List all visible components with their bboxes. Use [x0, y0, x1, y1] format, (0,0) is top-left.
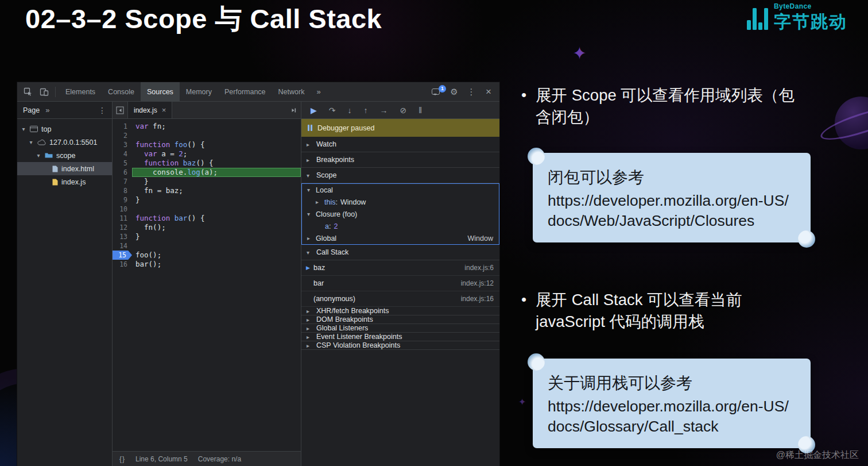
devtools-tab-performance[interactable]: Performance [218, 82, 272, 101]
code-text: foo(); [132, 251, 301, 260]
line-number[interactable]: 12 [113, 223, 132, 232]
code-line-2[interactable]: 2 [113, 131, 301, 140]
bytedance-logo-mark-icon [747, 5, 768, 32]
line-number[interactable]: 14 [113, 241, 132, 251]
breakpoint-marker[interactable]: 15 [113, 251, 132, 260]
line-number[interactable]: 3 [113, 140, 132, 149]
bullet-text: 展开 Call Stack 可以查看当前 javaScript 代码的调用栈 [536, 289, 803, 333]
line-number[interactable]: 16 [113, 260, 132, 269]
call-stack-frame-baz[interactable]: ▶bazindex.js:6 [301, 260, 499, 276]
devtools-tab-network[interactable]: Network [272, 82, 311, 101]
section-global-listeners[interactable]: ▸Global Listeners [301, 324, 499, 333]
device-toolbar-icon[interactable] [37, 84, 52, 99]
section-call-stack[interactable]: ▾ Call Stack [301, 245, 499, 260]
bullet-dot: • [521, 289, 526, 333]
deactivate-breakpoints-button[interactable]: ⊘ [400, 106, 407, 115]
editor-overflow-icon[interactable] [286, 103, 301, 118]
code-editor[interactable]: 1var fn;23function foo() {4 var a = 2;5 … [113, 119, 301, 451]
line-number[interactable]: 9 [113, 195, 132, 205]
section-event-listener-breakpoints[interactable]: ▸Event Listener Breakpoints [301, 333, 499, 341]
navigator-menu-icon[interactable]: ⋮ [98, 106, 106, 115]
code-line-4[interactable]: 4 var a = 2; [113, 149, 301, 159]
chevron-down-icon[interactable]: ▾ [36, 152, 41, 159]
cursor-position: Line 6, Column 5 [135, 455, 188, 463]
line-number[interactable]: 2 [113, 131, 132, 140]
step-out-button[interactable]: ↑ [364, 106, 368, 115]
chevron-right-icon: ▸ [307, 235, 313, 241]
call-stack-list: ▶bazindex.js:6barindex.js:12(anonymous)i… [301, 260, 499, 307]
code-line-6[interactable]: 6 console.log(a); [113, 168, 301, 177]
toggle-navigator-icon[interactable] [113, 103, 127, 118]
code-line-11[interactable]: 11function bar() { [113, 214, 301, 223]
chevron-down-icon[interactable]: ▾ [21, 126, 26, 132]
navigator-tab-page[interactable]: Page [23, 106, 40, 114]
section-breakpoints[interactable]: ▸ Breakpoints [301, 152, 499, 168]
tree-item-scope[interactable]: ▾scope [17, 149, 112, 162]
tree-item-127-0-0-1-5501[interactable]: ▾127.0.0.1:5501 [17, 136, 112, 149]
line-number[interactable]: 6 [113, 168, 132, 177]
code-line-5[interactable]: 5 function baz() { [113, 159, 301, 168]
scope-local[interactable]: ▾ Local [302, 184, 499, 196]
line-number[interactable]: 1 [113, 122, 132, 131]
code-line-10[interactable]: 10 [113, 205, 301, 214]
call-stack-frame--anonymous-[interactable]: (anonymous)index.js:16 [301, 291, 499, 307]
line-number[interactable]: 4 [113, 149, 132, 159]
frame-location: index.js:16 [461, 295, 494, 303]
step-into-button[interactable]: ↓ [348, 106, 352, 115]
chevron-down-icon[interactable]: ▾ [28, 139, 34, 145]
line-number[interactable]: 7 [113, 177, 132, 186]
devtools-tab-console[interactable]: Console [102, 82, 141, 101]
pause-on-exceptions-button[interactable]: ‖ [418, 106, 422, 115]
line-number[interactable]: 8 [113, 186, 132, 195]
editor-tab-indexjs[interactable]: index.js × [127, 102, 172, 118]
format-code-button[interactable]: {} [119, 455, 125, 463]
tree-item-index-html[interactable]: index.html [17, 162, 112, 175]
section-scope[interactable]: ▾ Scope [301, 168, 499, 183]
section-watch[interactable]: ▸ Watch [301, 137, 499, 152]
settings-gear-icon[interactable]: ⚙ [447, 84, 462, 99]
step-over-button[interactable]: ↷ [329, 106, 336, 115]
resume-button[interactable]: ▶ [311, 106, 317, 115]
scope-a-entry: a 2 [302, 220, 499, 232]
code-line-3[interactable]: 3function foo() { [113, 140, 301, 149]
line-number[interactable]: 13 [113, 232, 132, 241]
section-xhr-fetch-breakpoints[interactable]: ▸XHR/fetch Breakpoints [301, 307, 499, 315]
tree-item-top[interactable]: ▾top [17, 122, 112, 136]
line-number[interactable]: 10 [113, 205, 132, 214]
line-number[interactable]: 11 [113, 214, 132, 223]
code-line-12[interactable]: 12 fn(); [113, 223, 301, 232]
code-line-15[interactable]: 15foo(); [113, 251, 301, 260]
section-label: Event Listener Breakpoints [316, 333, 402, 341]
scope-global[interactable]: ▸ Global Window [302, 232, 499, 244]
current-frame-arrow-icon: ▶ [306, 265, 313, 271]
console-drawer-button[interactable]: 1 [427, 84, 444, 99]
close-tab-icon[interactable]: × [162, 106, 166, 114]
section-csp-violation-breakpoints[interactable]: ▸CSP Violation Breakpoints [301, 341, 499, 350]
code-line-7[interactable]: 7 } [113, 177, 301, 186]
more-options-icon[interactable]: ⋮ [464, 84, 479, 99]
section-label: Call Stack [316, 248, 348, 256]
step-button[interactable]: → [380, 106, 388, 115]
code-line-13[interactable]: 13} [113, 232, 301, 241]
scope-closure[interactable]: ▾ Closure (foo) [302, 208, 499, 220]
devtools-tab-elements[interactable]: Elements [59, 82, 102, 101]
more-panels-icon[interactable]: » [312, 87, 325, 96]
scope-this-entry[interactable]: ▸ this Window [302, 196, 499, 208]
code-line-8[interactable]: 8 fn = baz; [113, 186, 301, 195]
section-dom-breakpoints[interactable]: ▸DOM Breakpoints [301, 315, 499, 324]
code-line-16[interactable]: 16bar(); [113, 260, 301, 269]
devtools-tab-sources[interactable]: Sources [141, 82, 180, 101]
code-line-14[interactable]: 14 [113, 241, 301, 251]
navigator-more-tabs-icon[interactable]: » [45, 106, 49, 114]
close-devtools-icon[interactable]: × [481, 84, 496, 99]
frame-function-name: baz [313, 264, 325, 272]
line-number[interactable]: 5 [113, 159, 132, 168]
code-line-9[interactable]: 9} [113, 195, 301, 205]
chevron-down-icon: ▾ [307, 187, 313, 193]
call-stack-frame-bar[interactable]: barindex.js:12 [301, 276, 499, 291]
inspect-element-icon[interactable] [21, 84, 36, 99]
code-line-1[interactable]: 1var fn; [113, 122, 301, 131]
devtools-tab-memory[interactable]: Memory [180, 82, 218, 101]
tree-item-index-js[interactable]: index.js [17, 175, 112, 188]
section-label: Scope [316, 171, 336, 179]
